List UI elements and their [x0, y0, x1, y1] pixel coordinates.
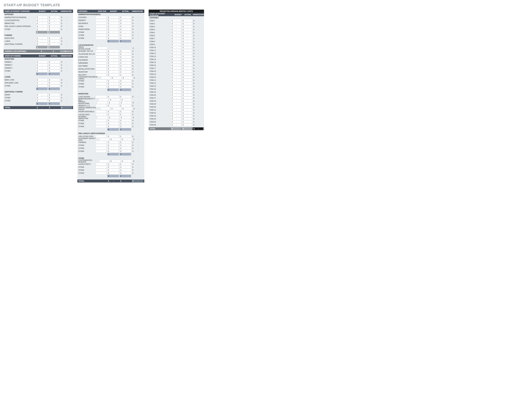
budget-cell[interactable]: $- [36, 25, 48, 28]
date-due-input[interactable] [99, 98, 109, 101]
budget-cell[interactable]: $- [108, 101, 119, 104]
budget-cell[interactable]: $- [171, 97, 181, 99]
budget-cell[interactable]: $- [36, 67, 48, 69]
actual-cell[interactable]: $- [48, 16, 60, 19]
budget-cell[interactable]: $- [36, 99, 48, 102]
date-due-input[interactable] [99, 138, 109, 141]
date-due-input[interactable] [96, 71, 107, 73]
actual-cell[interactable]: $- [120, 147, 131, 150]
budget-cell[interactable]: $- [108, 116, 120, 119]
date-due-input[interactable] [96, 53, 107, 55]
budget-cell[interactable]: $- [107, 147, 119, 150]
budget-cell[interactable]: $- [171, 115, 181, 117]
budget-cell[interactable]: $- [111, 107, 121, 110]
actual-cell[interactable]: $- [120, 135, 131, 138]
date-due-input[interactable] [96, 104, 107, 107]
budget-cell[interactable]: $- [171, 120, 181, 123]
budget-cell[interactable]: $- [36, 28, 48, 31]
date-due-input[interactable] [96, 79, 107, 82]
budget-cell[interactable]: $- [107, 28, 119, 31]
actual-cell[interactable]: $- [48, 84, 60, 87]
budget-cell[interactable]: $- [36, 96, 48, 99]
budget-cell[interactable]: $- [171, 118, 181, 120]
budget-cell[interactable]: $- [171, 22, 181, 25]
actual-cell[interactable]: $- [120, 25, 131, 28]
actual-cell[interactable]: $- [48, 25, 60, 28]
actual-cell[interactable]: $- [120, 19, 131, 22]
actual-cell[interactable]: $- [182, 123, 192, 126]
date-due-input[interactable] [101, 77, 111, 79]
budget-cell[interactable]: $- [107, 172, 119, 174]
budget-cell[interactable]: $- [36, 93, 48, 96]
budget-cell[interactable]: $- [107, 85, 119, 88]
actual-cell[interactable]: $- [48, 61, 60, 63]
actual-cell[interactable]: $- [182, 94, 192, 96]
budget-cell[interactable]: $- [171, 37, 181, 40]
budget-cell[interactable]: $- [171, 25, 181, 28]
date-due-input[interactable] [96, 122, 107, 125]
actual-cell[interactable]: $- [182, 109, 192, 111]
actual-cell[interactable]: $- [182, 120, 192, 123]
actual-cell[interactable]: $- [182, 103, 192, 105]
budget-cell[interactable]: $- [171, 49, 181, 52]
date-due-input[interactable] [96, 34, 107, 37]
budget-cell[interactable]: $- [36, 81, 48, 84]
budget-cell[interactable]: $- [107, 74, 119, 76]
actual-cell[interactable]: $- [182, 40, 192, 43]
budget-cell[interactable]: $- [171, 106, 181, 108]
budget-cell[interactable]: $- [171, 31, 181, 34]
actual-cell[interactable]: $- [120, 104, 131, 107]
actual-cell[interactable]: $- [182, 19, 192, 22]
actual-cell[interactable]: $- [120, 62, 131, 64]
actual-cell[interactable]: $- [120, 50, 131, 52]
date-due-input[interactable] [96, 59, 107, 61]
actual-cell[interactable]: $- [121, 138, 132, 141]
budget-cell[interactable]: $- [171, 103, 181, 105]
actual-cell[interactable]: $- [182, 46, 192, 49]
budget-cell[interactable]: $- [171, 94, 181, 96]
actual-cell[interactable]: $- [120, 37, 131, 39]
actual-cell[interactable]: $- [48, 81, 60, 84]
actual-cell[interactable]: $- [48, 28, 60, 31]
actual-cell[interactable]: $- [182, 52, 192, 55]
budget-cell[interactable]: $- [107, 125, 119, 128]
date-due-input[interactable] [96, 37, 107, 39]
budget-cell[interactable]: $- [171, 109, 181, 111]
actual-cell[interactable]: $- [182, 55, 192, 58]
date-due-input[interactable] [97, 47, 107, 49]
date-due-input[interactable] [96, 56, 107, 58]
budget-cell[interactable]: $- [107, 144, 119, 147]
budget-cell[interactable]: $- [171, 40, 181, 43]
budget-cell[interactable]: $- [36, 40, 48, 42]
actual-cell[interactable]: $- [182, 34, 192, 37]
budget-cell[interactable]: $- [107, 163, 119, 165]
actual-cell[interactable]: $- [48, 67, 60, 69]
actual-cell[interactable]: $- [48, 79, 60, 81]
date-due-input[interactable] [100, 107, 110, 110]
date-due-input[interactable] [96, 74, 107, 76]
budget-cell[interactable]: $- [171, 28, 181, 31]
date-due-input[interactable] [96, 119, 107, 122]
actual-cell[interactable]: $- [121, 98, 132, 101]
budget-cell[interactable]: $- [107, 169, 119, 171]
actual-cell[interactable]: $- [182, 106, 192, 108]
budget-cell[interactable]: $- [171, 123, 181, 126]
actual-cell[interactable]: $- [120, 113, 131, 116]
actual-cell[interactable]: $- [48, 93, 60, 96]
actual-cell[interactable]: $- [182, 70, 192, 73]
budget-cell[interactable]: $- [171, 73, 181, 76]
actual-cell[interactable]: $- [48, 37, 60, 39]
budget-cell[interactable]: $- [36, 84, 48, 87]
date-due-input[interactable] [96, 166, 107, 169]
date-due-input[interactable] [96, 141, 107, 144]
actual-cell[interactable]: $- [120, 74, 131, 76]
date-due-input[interactable] [96, 22, 107, 25]
budget-cell[interactable]: $- [107, 34, 119, 37]
budget-cell[interactable]: $- [107, 82, 119, 85]
actual-cell[interactable]: $- [122, 107, 132, 110]
budget-cell[interactable]: $- [36, 70, 48, 72]
actual-cell[interactable]: $- [120, 169, 131, 171]
date-due-input[interactable] [96, 144, 107, 147]
budget-cell[interactable]: $- [107, 59, 119, 61]
actual-cell[interactable]: $- [120, 16, 131, 19]
